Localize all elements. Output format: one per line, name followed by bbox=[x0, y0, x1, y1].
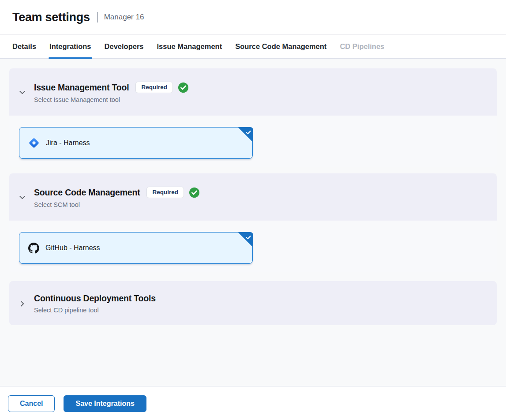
selected-check-icon bbox=[238, 232, 253, 248]
tab-details[interactable]: Details bbox=[12, 35, 36, 58]
page-subtitle: Manager 16 bbox=[104, 13, 144, 22]
check-circle-icon bbox=[178, 82, 188, 93]
section-title: Continuous Deployment Tools bbox=[34, 293, 156, 304]
section-title: Source Code Management bbox=[34, 188, 140, 198]
chevron-right-icon[interactable] bbox=[18, 300, 26, 308]
section-issue-management-tool: Issue Management Tool Required Select Is… bbox=[9, 68, 497, 167]
page-header: Team settings Manager 16 bbox=[0, 0, 506, 35]
tool-card-github[interactable]: GitHub - Harness bbox=[19, 232, 253, 264]
tab-issue-management[interactable]: Issue Management bbox=[157, 35, 222, 58]
save-integrations-button[interactable]: Save Integrations bbox=[64, 395, 146, 412]
section-header-text: Source Code Management Required Select S… bbox=[34, 187, 199, 208]
section-issue-management-body: Jira - Harness bbox=[9, 116, 497, 167]
tool-card-jira[interactable]: Jira - Harness bbox=[19, 127, 253, 159]
chevron-down-icon[interactable] bbox=[18, 194, 26, 202]
tab-integrations[interactable]: Integrations bbox=[49, 35, 91, 58]
section-header-text: Continuous Deployment Tools Select CD pi… bbox=[34, 293, 156, 314]
tab-developers[interactable]: Developers bbox=[105, 35, 144, 58]
tab-cd-pipelines: CD Pipelines bbox=[340, 35, 384, 58]
tool-card-label: Jira - Harness bbox=[46, 139, 90, 147]
section-source-code-management: Source Code Management Required Select S… bbox=[9, 173, 497, 272]
header-divider bbox=[97, 12, 98, 22]
section-continuous-deployment-tools: Continuous Deployment Tools Select CD pi… bbox=[9, 281, 497, 325]
section-issue-management-header[interactable]: Issue Management Tool Required Select Is… bbox=[9, 68, 497, 116]
cancel-button[interactable]: Cancel bbox=[8, 395, 55, 412]
section-subtitle: Select Issue Management tool bbox=[34, 96, 188, 103]
selected-check-icon bbox=[238, 127, 253, 142]
tab-source-code-management[interactable]: Source Code Management bbox=[235, 35, 326, 58]
section-cd-header[interactable]: Continuous Deployment Tools Select CD pi… bbox=[9, 281, 497, 325]
integrations-content: Issue Management Tool Required Select Is… bbox=[0, 59, 506, 386]
check-circle-icon bbox=[189, 188, 199, 198]
tool-card-label: GitHub - Harness bbox=[45, 244, 100, 252]
team-settings-page: Team settings Manager 16 Details Integra… bbox=[0, 0, 506, 420]
required-badge: Required bbox=[135, 82, 173, 93]
section-title: Issue Management Tool bbox=[34, 82, 129, 93]
github-icon bbox=[28, 243, 39, 254]
section-header-text: Issue Management Tool Required Select Is… bbox=[34, 82, 188, 103]
section-subtitle: Select SCM tool bbox=[34, 201, 199, 208]
jira-icon bbox=[28, 137, 40, 149]
tab-bar: Details Integrations Developers Issue Ma… bbox=[0, 35, 506, 59]
footer-actions: Cancel Save Integrations bbox=[0, 386, 506, 420]
section-scm-body: GitHub - Harness bbox=[9, 221, 497, 272]
page-title: Team settings bbox=[12, 11, 90, 24]
section-scm-header[interactable]: Source Code Management Required Select S… bbox=[9, 173, 497, 221]
chevron-down-icon[interactable] bbox=[18, 89, 26, 97]
section-subtitle: Select CD pipeline tool bbox=[34, 307, 156, 314]
required-badge: Required bbox=[146, 187, 184, 198]
